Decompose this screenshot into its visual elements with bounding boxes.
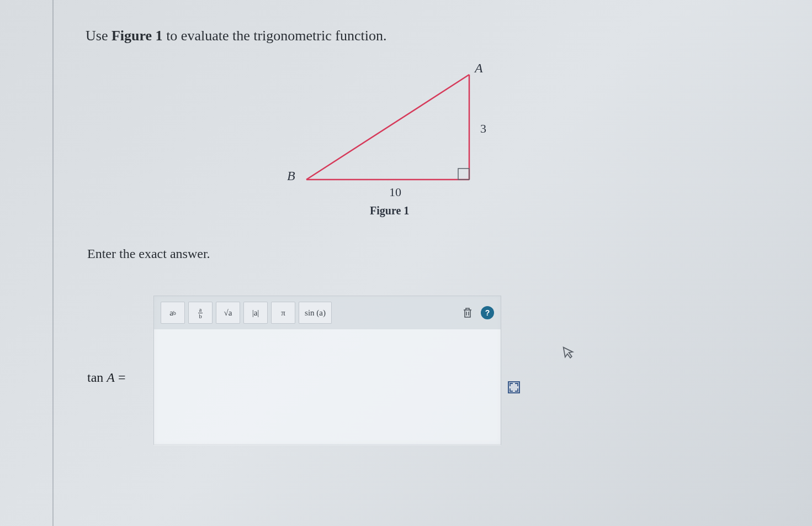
fraction-button[interactable]: a b [188,302,213,324]
figure-caption: Figure 1 [370,204,409,217]
trash-icon [463,307,473,318]
expand-icon [509,382,519,392]
equation-func: tan [87,370,107,385]
power-base: a [169,308,173,318]
sqrt-button[interactable]: √a [216,302,240,324]
math-toolbar: ab a b √a |a| π sin (a) ? [154,296,501,329]
question-prefix: Use [86,28,112,44]
answer-instruction: Enter the exact answer. [87,246,210,261]
content-left-border [52,0,54,526]
cursor-pointer-icon [561,344,576,364]
power-exp: b [173,310,176,316]
equation-prompt: tan A = [87,370,126,385]
math-input-panel: ab a b √a |a| π sin (a) ? [153,296,501,445]
side-length-vertical: 3 [480,122,486,136]
clear-button[interactable] [458,303,477,323]
fraction-den: b [198,313,203,319]
equation-equals: = [115,370,126,385]
question-suffix: to evaluate the trigonometric function. [163,28,387,44]
vertex-label-b: B [287,169,295,183]
equation-variable: A [107,370,115,385]
power-button[interactable]: ab [161,302,185,324]
fraction-icon: a b [198,307,203,319]
question-figure-ref: Figure 1 [112,28,163,44]
fraction-num: a [198,307,203,313]
sin-button[interactable]: sin (a) [299,302,332,324]
svg-line-2 [306,75,469,180]
abs-button[interactable]: |a| [243,302,268,324]
help-button[interactable]: ? [481,306,494,319]
pi-button[interactable]: π [271,302,295,324]
vertex-label-a: A [475,61,483,76]
math-input-field[interactable] [154,329,501,445]
side-length-horizontal: 10 [389,185,401,199]
fullscreen-button[interactable] [508,381,520,393]
svg-rect-3 [458,169,469,180]
question-prompt: Use Figure 1 to evaluate the trigonometr… [86,28,386,44]
